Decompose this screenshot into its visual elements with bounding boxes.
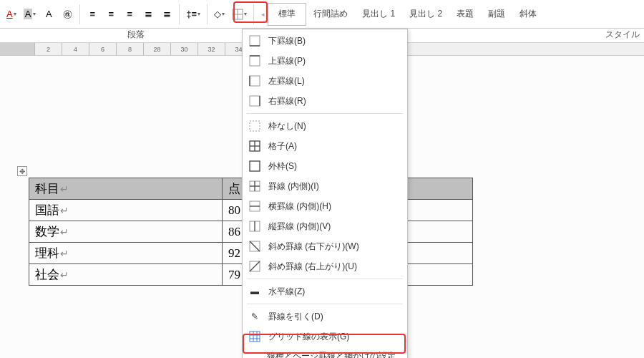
style-gallery: ◂ 標準 行間詰め 見出し 1 見出し 2 表題 副題 斜体 xyxy=(261,3,544,26)
borders-dropdown-menu: 下罫線(B) 上罫線(P) 左罫線(L) 右罫線(R) 枠なし(N) 格子(A)… xyxy=(242,29,408,358)
char-shading-button[interactable]: A xyxy=(40,6,57,23)
menu-border-diagup[interactable]: 斜め罫線 (右上がり)(U) xyxy=(243,256,407,276)
style-title[interactable]: 表題 xyxy=(449,3,481,26)
align-center-button[interactable]: ≡ xyxy=(102,6,119,23)
borders-button[interactable]: ▾ xyxy=(229,6,250,23)
menu-view-gridlines[interactable]: グリッド線の表示(G) xyxy=(243,326,407,347)
hr-icon: ▬ xyxy=(248,285,261,298)
separator xyxy=(253,4,254,24)
menu-border-right[interactable]: 右罫線(R) xyxy=(243,91,407,111)
menu-borders-shading-settings[interactable]: ▯線種とページ罫線と網かけの設定(O)... xyxy=(243,347,407,358)
menu-horizontal-line[interactable]: ▬水平線(Z) xyxy=(243,281,407,301)
table-move-handle[interactable]: ✥ xyxy=(17,166,27,176)
line-spacing-button[interactable]: ‡≡▾ xyxy=(183,6,203,23)
justify-button[interactable]: ≣ xyxy=(140,6,157,23)
highlight-color-button[interactable]: A▾ xyxy=(21,6,39,23)
style-h2[interactable]: 見出し 2 xyxy=(402,3,449,26)
separator xyxy=(79,4,80,24)
style-normal[interactable]: 標準 xyxy=(268,3,306,26)
th-subject[interactable]: 科目↵ xyxy=(29,178,223,200)
menu-border-insideh[interactable]: 横罫線 (内側)(H) xyxy=(243,196,407,216)
menu-separator xyxy=(247,279,403,279)
menu-border-inside[interactable]: 罫線 (内側)(I) xyxy=(243,176,407,196)
svg-rect-27 xyxy=(250,332,260,342)
align-right-button[interactable]: ≡ xyxy=(121,6,138,23)
font-color-button[interactable]: A▾ xyxy=(4,6,19,23)
page-icon: ▯ xyxy=(248,355,260,359)
menu-separator xyxy=(247,113,403,114)
align-left-button[interactable]: ≡ xyxy=(84,6,101,23)
style-noSpacing[interactable]: 行間詰め xyxy=(306,3,355,26)
svg-line-24 xyxy=(250,241,260,251)
enclose-char-button[interactable]: ㊑ xyxy=(59,6,76,23)
style-italic[interactable]: 斜体 xyxy=(512,3,544,26)
pencil-icon: ✎ xyxy=(248,310,261,323)
svg-rect-3 xyxy=(250,36,260,46)
menu-border-left[interactable]: 左罫線(L) xyxy=(243,71,407,91)
menu-border-insidev[interactable]: 縦罫線 (内側)(V) xyxy=(243,216,407,236)
separator xyxy=(207,4,208,24)
menu-border-bottom[interactable]: 下罫線(B) xyxy=(243,31,407,51)
style-subtitle[interactable]: 副題 xyxy=(481,3,512,26)
menu-border-outside[interactable]: 外枠(S) xyxy=(243,156,407,176)
svg-rect-15 xyxy=(250,161,260,171)
menu-border-all[interactable]: 格子(A) xyxy=(243,136,407,156)
style-h1[interactable]: 見出し 1 xyxy=(355,3,402,26)
svg-rect-5 xyxy=(250,56,260,66)
menu-draw-border[interactable]: ✎罫線を引く(D) xyxy=(243,306,407,326)
menu-border-diagdown[interactable]: 斜め罫線 (右下がり)(W) xyxy=(243,236,407,256)
menu-border-top[interactable]: 上罫線(P) xyxy=(243,51,407,71)
svg-rect-9 xyxy=(250,96,260,106)
ribbon-toolbar: A▾ A▾ A ㊑ ≡ ≡ ≡ ≣ ≣ ‡≡▾ ◇▾ ▾ ◂ 標準 行間詰め 見… xyxy=(0,0,644,29)
svg-rect-7 xyxy=(250,76,260,86)
svg-line-26 xyxy=(250,261,260,271)
menu-border-none[interactable]: 枠なし(N) xyxy=(243,116,407,136)
svg-rect-11 xyxy=(250,121,260,131)
paragraph-label: 段落 xyxy=(0,29,272,42)
distribute-button[interactable]: ≣ xyxy=(158,6,175,23)
menu-separator xyxy=(247,304,403,304)
shading-button[interactable]: ◇▾ xyxy=(211,6,228,23)
separator xyxy=(179,4,180,24)
